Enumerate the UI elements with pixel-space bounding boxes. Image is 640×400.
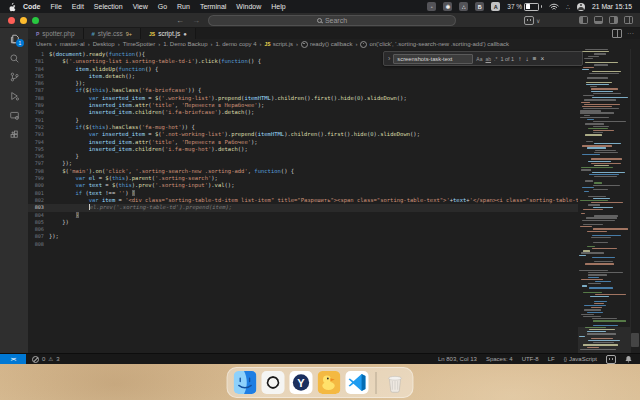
copilot-menu-button[interactable]: ∨ <box>524 16 540 25</box>
find-close-icon[interactable]: × <box>540 55 544 62</box>
code-line-798[interactable]: 798 $('main').on('click', '.sorting-sear… <box>28 168 578 175</box>
code-line-794[interactable]: 794 inserted_item.attr('title', 'Перенес… <box>28 139 578 146</box>
code-line-800[interactable]: 800 var text = $(this).prev('.sorting-in… <box>28 182 578 189</box>
line-number[interactable]: 802 <box>28 197 44 204</box>
line-number[interactable]: 799 <box>28 175 44 182</box>
more-actions-icon[interactable]: ··· <box>627 30 634 37</box>
breadcrumb-item[interactable]: master-al <box>60 41 85 47</box>
line-number[interactable]: 804 <box>28 212 44 219</box>
code-line-806[interactable]: 806 <box>28 226 578 233</box>
line-number[interactable]: 781 <box>28 58 44 65</box>
menu-code[interactable]: Code <box>18 3 46 10</box>
menu-bar-clock[interactable]: 21 Mar 15:15 <box>592 3 632 10</box>
toggle-primary-sidebar-icon[interactable] <box>579 16 588 24</box>
breadcrumb-item[interactable]: 1. Demo Backup <box>163 41 207 47</box>
code-line-790[interactable]: 790 inserted_item.children('i.fa-briefca… <box>28 109 578 116</box>
line-number[interactable]: 805 <box>28 219 44 226</box>
window-title-bar[interactable]: ←→ Search ∨ <box>0 13 640 28</box>
line-number[interactable]: 803 <box>28 204 44 211</box>
minimap[interactable] <box>578 49 630 353</box>
tab-spotter-php[interactable]: Pspotter.php <box>28 28 84 39</box>
scrollbar-thumb[interactable] <box>631 333 639 347</box>
line-number[interactable]: 784 <box>28 66 44 73</box>
find-next-icon[interactable]: ↓ <box>525 55 528 62</box>
code-line-795[interactable]: 795 inserted_item.children('i.fa-mug-hot… <box>28 146 578 153</box>
wifi-icon[interactable] <box>549 3 559 11</box>
breadcrumb-item[interactable]: JSscript.js <box>265 41 293 47</box>
minimap-visible-region[interactable] <box>578 327 630 353</box>
sidebar-item-run-and-debug[interactable] <box>3 89 25 103</box>
yandex-browser-dock-icon[interactable]: Y <box>290 371 313 394</box>
breadcrumb-item[interactable]: Users <box>36 41 52 47</box>
code-line-791[interactable]: 791 } <box>28 117 578 124</box>
battery-indicator[interactable]: 37 % <box>507 3 542 11</box>
line-number[interactable]: 801 <box>28 190 44 197</box>
line-number[interactable]: 797 <box>28 160 44 167</box>
breadcrumb-item[interactable]: Desktop <box>93 41 115 47</box>
code-line-804[interactable]: 804 } <box>28 212 578 219</box>
sidebar-item-remote-explorer[interactable] <box>3 108 25 122</box>
zoom-window-button[interactable] <box>32 17 39 24</box>
breadcrumb-item[interactable]: ready() callback <box>301 41 352 48</box>
menu-selection[interactable]: Selection <box>89 3 128 10</box>
code-line-792[interactable]: 792 if($(this).hasClass('fa-mug-hot')) { <box>28 124 578 131</box>
sidebar-item-explorer[interactable]: 1 <box>3 32 25 46</box>
line-number[interactable]: 786 <box>28 80 44 87</box>
line-number[interactable]: 1 <box>28 51 44 58</box>
code-line-801[interactable]: 801 if (text !== '') { <box>28 190 578 197</box>
find-previous-icon[interactable]: ↑ <box>518 55 521 62</box>
code-line-803[interactable]: 803 el.prev('.sorting-table-td').prepend… <box>28 204 578 211</box>
eol-status[interactable]: LF <box>548 356 555 362</box>
line-number[interactable]: 785 <box>28 73 44 80</box>
copilot-status-icon[interactable] <box>606 355 616 364</box>
finder-dock-icon[interactable] <box>234 371 257 394</box>
gear-icon[interactable]: ✱ <box>443 2 452 11</box>
menu-help[interactable]: Help <box>266 3 290 10</box>
line-number[interactable]: 793 <box>28 131 44 138</box>
line-number[interactable]: 800 <box>28 182 44 189</box>
language-mode-status[interactable]: {} JavaScript <box>564 356 597 362</box>
chatgpt-dock-icon[interactable] <box>262 371 285 394</box>
whole-word-toggle[interactable]: ab <box>485 56 491 62</box>
sidebar-item-extensions[interactable] <box>3 127 25 141</box>
line-number[interactable]: 791 <box>28 117 44 124</box>
breadcrumb-item[interactable]: 1. demo copy 4 <box>216 41 257 47</box>
nav-forward-button[interactable]: → <box>192 16 208 25</box>
toggle-panel-icon[interactable] <box>594 16 603 24</box>
line-number[interactable]: 790 <box>28 109 44 116</box>
tab-script-js[interactable]: JSscript.js● <box>141 28 196 39</box>
code-line-786[interactable]: 786 }); <box>28 80 578 87</box>
code-line-807[interactable]: 807}); <box>28 233 578 240</box>
command-center-search[interactable]: Search <box>208 15 456 26</box>
nav-back-button[interactable]: ← <box>176 16 192 25</box>
minimize-window-button[interactable] <box>20 17 27 24</box>
code-line-785[interactable]: 785 item.detach(); <box>28 73 578 80</box>
code-line-788[interactable]: 788 var inserted_item = $('.working-list… <box>28 95 578 102</box>
lock-icon[interactable]: ◦ <box>427 2 436 11</box>
line-number[interactable]: 787 <box>28 87 44 94</box>
close-window-button[interactable] <box>8 17 15 24</box>
code-line-796[interactable]: 796 } <box>28 153 578 160</box>
cyberduck-dock-icon[interactable] <box>318 371 341 394</box>
problems-status[interactable]: 0 ⚠ 3 <box>26 356 60 363</box>
latin-a-input-icon[interactable]: A <box>491 2 500 11</box>
code-line-805[interactable]: 805 }) <box>28 219 578 226</box>
code-line-787[interactable]: 787 if($(this).hasClass('fa-briefcase'))… <box>28 87 578 94</box>
line-number[interactable]: 792 <box>28 124 44 131</box>
breadcrumb-item[interactable]: TimeSpotter <box>123 41 155 47</box>
remote-indicator[interactable]: >< <box>0 354 26 364</box>
vertical-scrollbar[interactable] <box>630 49 640 353</box>
tab-style-css[interactable]: #style.css9+ <box>84 28 142 39</box>
code-line-799[interactable]: 799 var el = $(this).parent('.sorting-se… <box>28 175 578 182</box>
line-number[interactable]: 794 <box>28 139 44 146</box>
find-expand-chevron-icon[interactable]: › <box>388 55 390 62</box>
split-editor-icon[interactable] <box>612 29 622 38</box>
line-number[interactable]: 795 <box>28 146 44 153</box>
breadcrumb-item[interactable]: on('click', '.sorting-search-new .sortin… <box>360 41 509 48</box>
menu-window[interactable]: Window <box>231 3 266 10</box>
line-number[interactable]: 789 <box>28 102 44 109</box>
code-lines[interactable]: 1$(document).ready(function(){781 $('.un… <box>28 51 578 353</box>
cursor-position-status[interactable]: Ln 803, Col 13 <box>438 356 477 362</box>
user-account-icon[interactable] <box>577 3 585 11</box>
apple-logo-icon[interactable] <box>8 2 16 12</box>
